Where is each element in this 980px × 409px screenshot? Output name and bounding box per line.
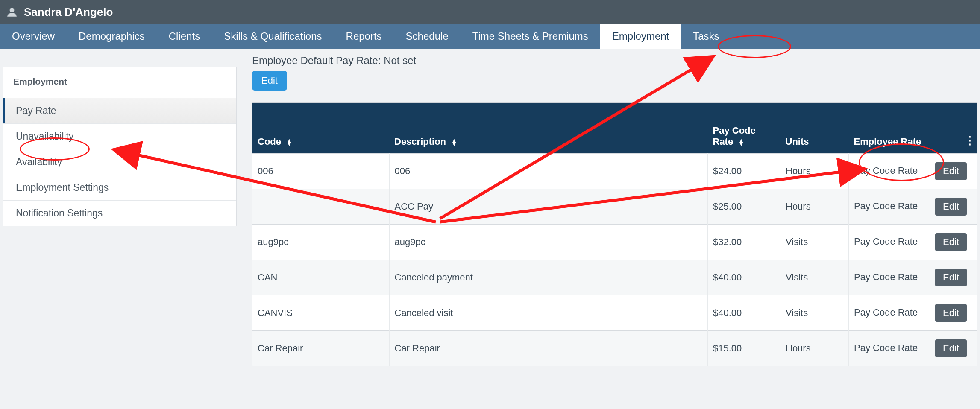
col-pay-code-rate[interactable]: Pay Code Rate ▲▼ bbox=[708, 103, 780, 153]
tab-reports[interactable]: Reports bbox=[334, 24, 394, 49]
cell-description: Canceled visit bbox=[389, 295, 708, 330]
nav-tabs: OverviewDemographicsClientsSkills & Qual… bbox=[0, 24, 980, 49]
cell-action: Edit bbox=[930, 189, 977, 224]
cell-rate: $40.00 bbox=[708, 295, 780, 330]
sidebar-item-pay-rate[interactable]: Pay Rate bbox=[3, 98, 236, 123]
col-description[interactable]: Description ▲▼ bbox=[389, 103, 708, 153]
cell-code: CAN bbox=[252, 260, 389, 295]
row-edit-button[interactable]: Edit bbox=[935, 162, 967, 180]
row-edit-button[interactable]: Edit bbox=[935, 304, 967, 322]
top-bar: Sandra D'Angelo bbox=[0, 0, 980, 24]
cell-employee-rate: Pay Code Rate bbox=[849, 153, 930, 189]
cell-employee-rate: Pay Code Rate bbox=[849, 330, 930, 366]
user-name: Sandra D'Angelo bbox=[24, 6, 113, 19]
svg-point-0 bbox=[10, 8, 15, 12]
col-employee-rate: Employee Rate bbox=[849, 103, 930, 153]
cell-description: aug9pc bbox=[389, 224, 708, 260]
col-code[interactable]: Code ▲▼ bbox=[252, 103, 389, 153]
table-row: ACC Pay$25.00HoursPay Code RateEdit bbox=[252, 189, 977, 224]
cell-employee-rate: Pay Code Rate bbox=[849, 295, 930, 330]
sidebar-item-availability[interactable]: Availability bbox=[3, 149, 236, 175]
cell-employee-rate: Pay Code Rate bbox=[849, 189, 930, 224]
tab-tasks[interactable]: Tasks bbox=[681, 24, 731, 49]
tab-overview[interactable]: Overview bbox=[0, 24, 67, 49]
cell-description: ACC Pay bbox=[389, 189, 708, 224]
user-icon bbox=[6, 6, 18, 18]
row-edit-button[interactable]: Edit bbox=[935, 198, 967, 216]
cell-units: Visits bbox=[780, 295, 849, 330]
cell-rate: $15.00 bbox=[708, 330, 780, 366]
tab-skills-qualifications[interactable]: Skills & Qualifications bbox=[212, 24, 334, 49]
cell-action: Edit bbox=[930, 260, 977, 295]
cell-action: Edit bbox=[930, 153, 977, 189]
cell-action: Edit bbox=[930, 295, 977, 330]
cell-rate: $32.00 bbox=[708, 224, 780, 260]
cell-employee-rate: Pay Code Rate bbox=[849, 260, 930, 295]
cell-units: Hours bbox=[780, 189, 849, 224]
sidebar-item-notification-settings[interactable]: Notification Settings bbox=[3, 200, 236, 226]
cell-action: Edit bbox=[930, 330, 977, 366]
sort-icon: ▲▼ bbox=[286, 139, 292, 146]
main-content: Employee Default Pay Rate: Not set Edit … bbox=[252, 51, 977, 366]
cell-units: Visits bbox=[780, 224, 849, 260]
row-edit-button[interactable]: Edit bbox=[935, 269, 967, 286]
cell-units: Hours bbox=[780, 153, 849, 189]
tab-time-sheets-premiums[interactable]: Time Sheets & Premiums bbox=[461, 24, 600, 49]
cell-code: 006 bbox=[252, 153, 389, 189]
tab-schedule[interactable]: Schedule bbox=[394, 24, 461, 49]
cell-description: 006 bbox=[389, 153, 708, 189]
cell-rate: $25.00 bbox=[708, 189, 780, 224]
table-row: aug9pcaug9pc$32.00VisitsPay Code RateEdi… bbox=[252, 224, 977, 260]
cell-employee-rate: Pay Code Rate bbox=[849, 224, 930, 260]
cell-units: Visits bbox=[780, 260, 849, 295]
cell-description: Canceled payment bbox=[389, 260, 708, 295]
row-edit-button[interactable]: Edit bbox=[935, 339, 967, 357]
col-units: Units bbox=[780, 103, 849, 153]
sort-icon: ▲▼ bbox=[738, 139, 744, 146]
cell-units: Hours bbox=[780, 330, 849, 366]
cell-code: CANVIS bbox=[252, 295, 389, 330]
pay-rate-table: Code ▲▼ Description ▲▼ Pay Code Rate ▲▼ … bbox=[252, 103, 977, 366]
tab-clients[interactable]: Clients bbox=[157, 24, 212, 49]
tab-employment[interactable]: Employment bbox=[600, 24, 681, 49]
cell-code: aug9pc bbox=[252, 224, 389, 260]
table-row: CANVISCanceled visit$40.00VisitsPay Code… bbox=[252, 295, 977, 330]
table-row: CANCanceled payment$40.00VisitsPay Code … bbox=[252, 260, 977, 295]
table-row: 006006$24.00HoursPay Code RateEdit bbox=[252, 153, 977, 189]
cell-rate: $40.00 bbox=[708, 260, 780, 295]
sort-icon: ▲▼ bbox=[451, 139, 457, 146]
tab-demographics[interactable]: Demographics bbox=[67, 24, 157, 49]
default-pay-rate-text: Employee Default Pay Rate: Not set bbox=[252, 55, 977, 67]
cell-description: Car Repair bbox=[389, 330, 708, 366]
edit-default-rate-button[interactable]: Edit bbox=[252, 71, 287, 91]
table-menu-icon[interactable]: ⋮ bbox=[930, 103, 977, 153]
cell-action: Edit bbox=[930, 224, 977, 260]
sidebar-item-employment-settings[interactable]: Employment Settings bbox=[3, 175, 236, 200]
table-row: Car RepairCar Repair$15.00HoursPay Code … bbox=[252, 330, 977, 366]
cell-rate: $24.00 bbox=[708, 153, 780, 189]
cell-code bbox=[252, 189, 389, 224]
row-edit-button[interactable]: Edit bbox=[935, 233, 967, 251]
sidebar-title: Employment bbox=[3, 67, 236, 98]
cell-code: Car Repair bbox=[252, 330, 389, 366]
sidebar-item-unavailability[interactable]: Unavailability bbox=[3, 123, 236, 149]
sidebar: Employment Pay RateUnavailabilityAvailab… bbox=[3, 67, 237, 366]
